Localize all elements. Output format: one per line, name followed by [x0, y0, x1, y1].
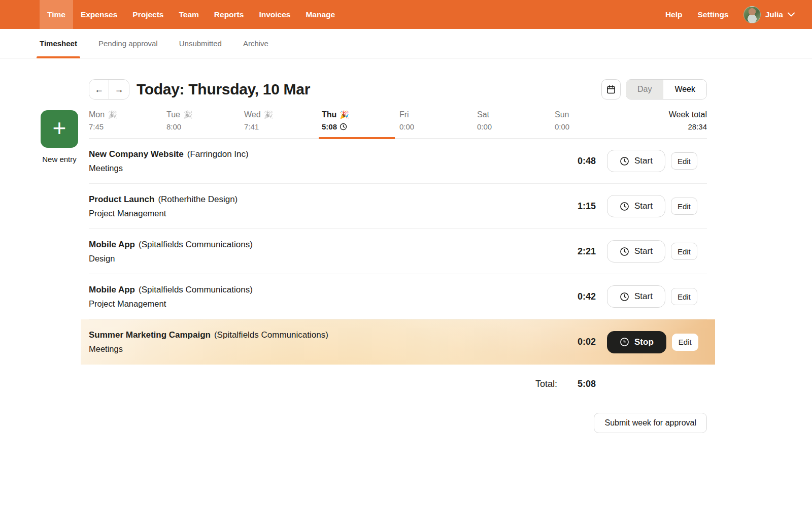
- edit-entry-button[interactable]: Edit: [671, 243, 697, 260]
- submit-row: Submit week for approval: [89, 413, 707, 433]
- table-row: New Company Website(Farringdon Inc) Meet…: [89, 139, 707, 184]
- entry-client: (Spitalfields Communications): [139, 240, 253, 249]
- day-total: 7:41: [244, 122, 322, 131]
- week-strip: Mon🎉 7:45 Tue🎉 8:00 Wed🎉 7:41 Thu🎉 5:08 …: [89, 110, 707, 139]
- day-column-wed[interactable]: Wed🎉 7:41: [244, 110, 322, 131]
- secondary-nav: Help Settings Julia: [658, 0, 798, 29]
- prev-day-button[interactable]: ←: [89, 80, 109, 99]
- entry-client: (Spitalfields Communications): [214, 330, 328, 340]
- day-total: 5:08: [322, 122, 399, 131]
- entry-project: Summer Marketing Campaign: [89, 330, 211, 340]
- calendar-icon: [606, 84, 616, 94]
- day-total: 8:00: [166, 122, 244, 131]
- edit-entry-button[interactable]: Edit: [672, 334, 698, 351]
- day-total: 7:45: [89, 122, 166, 131]
- day-column-fri[interactable]: Fri 0:00: [399, 110, 477, 131]
- tab-timesheet[interactable]: Timesheet: [40, 29, 77, 58]
- day-total: 0:00: [399, 122, 477, 131]
- entry-task: Meetings: [89, 344, 578, 354]
- day-total: 0:00: [477, 122, 555, 131]
- date-arrows: ← →: [89, 79, 129, 100]
- day-column-sat[interactable]: Sat 0:00: [477, 110, 555, 131]
- day-week-toggle: Day Week: [626, 79, 707, 100]
- start-timer-button[interactable]: Start: [607, 285, 665, 308]
- entry-time: 1:15: [578, 201, 596, 212]
- nav-item-team[interactable]: Team: [171, 0, 206, 29]
- day-view-button[interactable]: Day: [626, 80, 663, 99]
- party-popper-icon: 🎉: [340, 110, 349, 119]
- tab-archive[interactable]: Archive: [243, 29, 268, 58]
- nav-item-settings[interactable]: Settings: [690, 0, 736, 29]
- new-entry-block: + New entry: [41, 110, 78, 163]
- nav-item-manage[interactable]: Manage: [298, 0, 343, 29]
- date-header: ← → Today: Thursday, 10 Mar Day Week: [89, 79, 707, 100]
- day-total-row: Total: 5:08: [89, 365, 707, 389]
- entry-time: 2:21: [578, 246, 596, 257]
- nav-item-expenses[interactable]: Expenses: [73, 0, 125, 29]
- view-controls: Day Week: [601, 79, 707, 100]
- edit-entry-button[interactable]: Edit: [671, 198, 697, 215]
- entry-task: Meetings: [89, 163, 578, 173]
- party-popper-icon: 🎉: [264, 110, 274, 119]
- entry-task: Design: [89, 254, 578, 264]
- submit-week-button[interactable]: Submit week for approval: [594, 413, 707, 433]
- day-name: Sun: [555, 110, 569, 119]
- start-timer-button[interactable]: Start: [607, 150, 665, 172]
- edit-entry-button[interactable]: Edit: [671, 152, 697, 170]
- entry-task: Project Management: [89, 299, 578, 309]
- tab-unsubmitted[interactable]: Unsubmitted: [179, 29, 222, 58]
- day-column-mon[interactable]: Mon🎉 7:45: [89, 110, 166, 131]
- day-name: Wed: [244, 110, 261, 119]
- entry-list: New Company Website(Farringdon Inc) Meet…: [89, 139, 707, 365]
- today-label: Today:: [137, 81, 184, 97]
- nav-item-time[interactable]: Time: [40, 0, 73, 29]
- new-entry-label: New entry: [41, 155, 78, 163]
- tab-pending-approval[interactable]: Pending approval: [98, 29, 158, 58]
- week-view-button[interactable]: Week: [663, 80, 706, 99]
- day-column-thu-selected[interactable]: Thu🎉 5:08: [322, 110, 399, 131]
- day-name: Tue: [166, 110, 180, 119]
- week-total: Week total 28:34: [632, 110, 707, 131]
- entry-client: (Spitalfields Communications): [139, 285, 253, 294]
- day-column-sun[interactable]: Sun 0:00: [555, 110, 632, 131]
- calendar-button[interactable]: [601, 79, 621, 100]
- table-row-running-timer: Summer Marketing Campaign(Spitalfields C…: [81, 319, 715, 365]
- entry-task: Project Management: [89, 209, 578, 218]
- day-column-tue[interactable]: Tue🎉 8:00: [166, 110, 244, 131]
- start-timer-button[interactable]: Start: [607, 195, 665, 217]
- clock-icon: [620, 337, 629, 347]
- stop-timer-button[interactable]: Stop: [607, 331, 666, 353]
- chevron-down-icon: [788, 12, 795, 17]
- day-name: Mon: [89, 110, 105, 119]
- new-entry-button[interactable]: +: [41, 110, 78, 148]
- table-row: Product Launch(Rotherhithe Design) Proje…: [89, 184, 707, 229]
- nav-item-projects[interactable]: Projects: [125, 0, 171, 29]
- user-avatar: [743, 6, 761, 23]
- entry-client: (Rotherhithe Design): [158, 194, 238, 204]
- week-total-value: 28:34: [632, 122, 707, 131]
- clock-icon: [620, 156, 629, 166]
- table-row: Mobile App(Spitalfields Communications) …: [89, 274, 707, 319]
- table-row: Mobile App(Spitalfields Communications) …: [89, 229, 707, 274]
- entry-actions: Start Edit: [607, 195, 707, 217]
- entry-project: New Company Website: [89, 149, 184, 159]
- entry-project: Mobile App: [89, 285, 135, 294]
- day-name: Fri: [399, 110, 409, 119]
- user-name: Julia: [765, 10, 783, 19]
- clock-icon: [620, 247, 629, 256]
- plus-icon: +: [53, 116, 66, 140]
- start-timer-button[interactable]: Start: [607, 240, 665, 263]
- running-clock-icon: [340, 123, 347, 130]
- edit-entry-button[interactable]: Edit: [671, 288, 697, 305]
- next-day-button[interactable]: →: [109, 80, 129, 99]
- nav-item-help[interactable]: Help: [658, 0, 690, 29]
- nav-item-invoices[interactable]: Invoices: [251, 0, 298, 29]
- entry-actions: Start Edit: [607, 240, 707, 263]
- user-menu[interactable]: Julia: [736, 0, 798, 29]
- top-nav: Time Expenses Projects Team Reports Invo…: [0, 0, 812, 29]
- entry-actions: Stop Edit: [607, 331, 707, 353]
- date-text: Thursday, 10 Mar: [184, 81, 310, 97]
- day-name: Sat: [477, 110, 489, 119]
- nav-item-reports[interactable]: Reports: [207, 0, 252, 29]
- page-title: Today: Thursday, 10 Mar: [137, 81, 310, 98]
